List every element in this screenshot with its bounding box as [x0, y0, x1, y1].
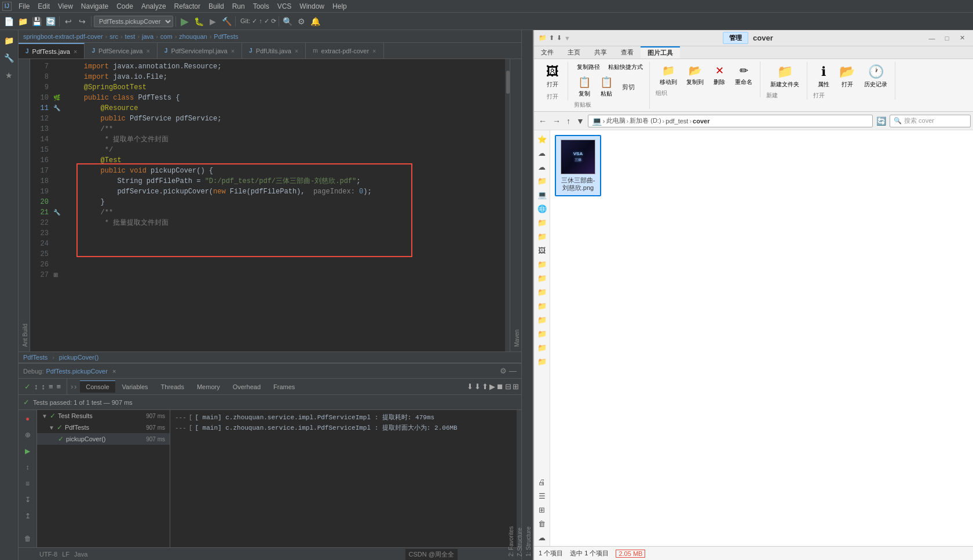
ribbon-tab-file[interactable]: 文件: [534, 46, 561, 58]
exp-icon-delete2[interactable]: 🗑: [536, 517, 548, 530]
menu-help[interactable]: Help: [329, 1, 350, 12]
build-tab[interactable]: Ant Build: [21, 59, 30, 352]
menu-edit[interactable]: Edit: [34, 1, 53, 12]
tab-extract[interactable]: m extract-pdf-cover ×: [306, 43, 383, 58]
debug-icon-1[interactable]: ●: [20, 411, 35, 426]
sidebar-structure-icon[interactable]: 🔧: [1, 50, 17, 66]
exp-icon-6[interactable]: 🌐: [536, 202, 548, 215]
tab-pdfserviceimpl[interactable]: J PdfServiceImpl.java ×: [158, 43, 242, 58]
exp-icon-3[interactable]: ☁: [536, 160, 548, 173]
exp-icon-15[interactable]: 📁: [536, 327, 548, 340]
debug-step-over[interactable]: ⬇: [467, 382, 473, 391]
exp-icon-11[interactable]: 📁: [536, 272, 548, 284]
ribbon-tab-picture-tools[interactable]: 图片工具: [641, 46, 680, 58]
toolbar-save[interactable]: 💾: [30, 15, 43, 28]
debug-tab-memory[interactable]: Memory: [191, 381, 226, 393]
copy-btn[interactable]: 📋 复制: [574, 73, 595, 101]
menu-analyze[interactable]: Analyze: [138, 1, 170, 12]
breadcrumb-test[interactable]: test: [125, 33, 136, 40]
debug-icon-8[interactable]: 🗑: [20, 531, 35, 546]
debug-step-out[interactable]: ⬆: [482, 382, 488, 391]
debug-settings-btn[interactable]: ⚙: [500, 367, 507, 375]
tab-close-2[interactable]: ×: [231, 47, 235, 54]
exp-icon-17[interactable]: 📁: [536, 355, 548, 368]
test-result-root[interactable]: ▼ ✓ Test Results 907 ms: [37, 410, 170, 422]
menu-tools[interactable]: Tools: [250, 1, 273, 12]
breadcrumb-java[interactable]: java: [142, 33, 153, 40]
debug-icon-5[interactable]: ≡: [20, 476, 35, 491]
paste-shortcut-btn[interactable]: 粘贴快捷方式: [605, 61, 646, 73]
nav-back[interactable]: ←: [536, 115, 549, 127]
notifications-button[interactable]: 🔔: [309, 15, 322, 28]
ribbon-tab-share[interactable]: 共享: [587, 46, 614, 58]
nav-recent[interactable]: ▼: [574, 115, 587, 127]
debug-tab-threads[interactable]: Threads: [155, 381, 190, 393]
tab-pdfservice[interactable]: J PdfService.java ×: [85, 43, 157, 58]
debug-sort-btn1[interactable]: ↕: [33, 381, 39, 392]
class-breadcrumb[interactable]: PdfTests: [23, 354, 47, 361]
settings-button[interactable]: ⚙: [295, 15, 308, 28]
exp-icon-cloud[interactable]: ☁: [536, 531, 548, 544]
search-everywhere[interactable]: 🔍: [281, 15, 294, 28]
debug-icon-2[interactable]: ⊕: [20, 427, 35, 442]
ribbon-tab-view[interactable]: 查看: [614, 46, 641, 58]
debug-close-x[interactable]: ×: [112, 368, 116, 375]
open-large-btn[interactable]: 🖼 打开: [542, 61, 563, 91]
debug-stop[interactable]: ⏹: [496, 382, 504, 391]
exp-icon-8[interactable]: 📁: [536, 230, 548, 243]
tab-close-0[interactable]: ×: [74, 48, 77, 55]
menu-vcs[interactable]: VCS: [274, 1, 295, 12]
open-file-btn[interactable]: 📂 打开: [835, 61, 859, 91]
debug-icon-6[interactable]: ↧: [20, 492, 35, 507]
toolbar-sync[interactable]: 🔄: [44, 15, 57, 28]
menu-code[interactable]: Code: [113, 1, 137, 12]
close-window[interactable]: ✕: [956, 33, 968, 43]
file-item-png[interactable]: VSA 三体 三休三部曲-刘慈欣.png: [555, 135, 601, 196]
new-folder-btn[interactable]: 📁 新建文件夹: [766, 61, 803, 91]
tab-close-4[interactable]: ×: [372, 47, 376, 54]
debug-icon-4[interactable]: ↕: [20, 460, 35, 475]
nav-forward[interactable]: →: [550, 115, 563, 127]
sidebar-project-icon[interactable]: 📁: [1, 32, 17, 49]
exp-icon-7[interactable]: 📁: [536, 216, 548, 229]
minimize-window[interactable]: —: [926, 33, 938, 43]
favorites-side-tab[interactable]: 2: Favorites: [507, 30, 515, 560]
breadcrumb-com[interactable]: com: [160, 33, 173, 40]
debug-icon-3[interactable]: ▶: [20, 444, 35, 459]
menu-build[interactable]: Build: [205, 1, 228, 12]
properties-btn[interactable]: ℹ 属性: [813, 61, 834, 91]
zstructure-side-tab[interactable]: Z-Structure: [515, 30, 524, 560]
toolbar-open[interactable]: 📁: [16, 15, 29, 28]
method-breadcrumb-item[interactable]: pickupCover(): [59, 354, 98, 361]
tab-pdfutils[interactable]: J PdfUtils.java ×: [242, 43, 306, 58]
rename-btn[interactable]: ✏ 重命名: [731, 61, 756, 89]
debug-tab-frames[interactable]: Frames: [268, 381, 301, 393]
build-button[interactable]: 🔨: [220, 15, 233, 28]
paste-btn[interactable]: 📋 粘贴: [596, 73, 617, 101]
debug-next-btn[interactable]: ›: [74, 383, 76, 391]
quick-icon-3[interactable]: ⬇: [557, 34, 562, 42]
exp-icon-1[interactable]: ⭐: [536, 133, 548, 145]
run-config-selector[interactable]: PdfTests.pickupCover: [94, 16, 173, 27]
exp-icon-2[interactable]: ☁: [536, 147, 548, 159]
debug-tab-variables[interactable]: Variables: [116, 381, 154, 393]
tab-close-3[interactable]: ×: [295, 47, 298, 54]
menu-run[interactable]: Run: [229, 1, 248, 12]
debug-session[interactable]: PdfTests.pickupCover: [46, 368, 107, 375]
menu-view[interactable]: View: [54, 1, 76, 12]
exp-icon-14[interactable]: 📁: [536, 313, 548, 326]
exp-icon-filter[interactable]: ⊞: [536, 503, 548, 516]
debug-resume[interactable]: ▶: [489, 382, 495, 391]
nav-refresh[interactable]: 🔄: [874, 115, 888, 127]
history-btn[interactable]: 🕐 历史记录: [860, 61, 891, 91]
address-bar[interactable]: 💻 › 此电脑 › 新加卷 (D:) › pdf_test › cover: [588, 115, 873, 127]
exp-icon-12[interactable]: 📁: [536, 286, 548, 298]
debug-filter-btn[interactable]: ≡: [47, 381, 54, 392]
debug-tab-overhead[interactable]: Overhead: [227, 381, 266, 393]
exp-icon-5[interactable]: 💻: [536, 188, 548, 201]
exp-icon-4[interactable]: 📁: [536, 174, 548, 187]
maximize-window[interactable]: □: [941, 33, 953, 43]
delete-btn[interactable]: ✕ 删除: [709, 61, 730, 89]
cut-btn[interactable]: 剪切: [618, 81, 639, 93]
debug-sort-btn2[interactable]: ↕: [41, 381, 47, 392]
